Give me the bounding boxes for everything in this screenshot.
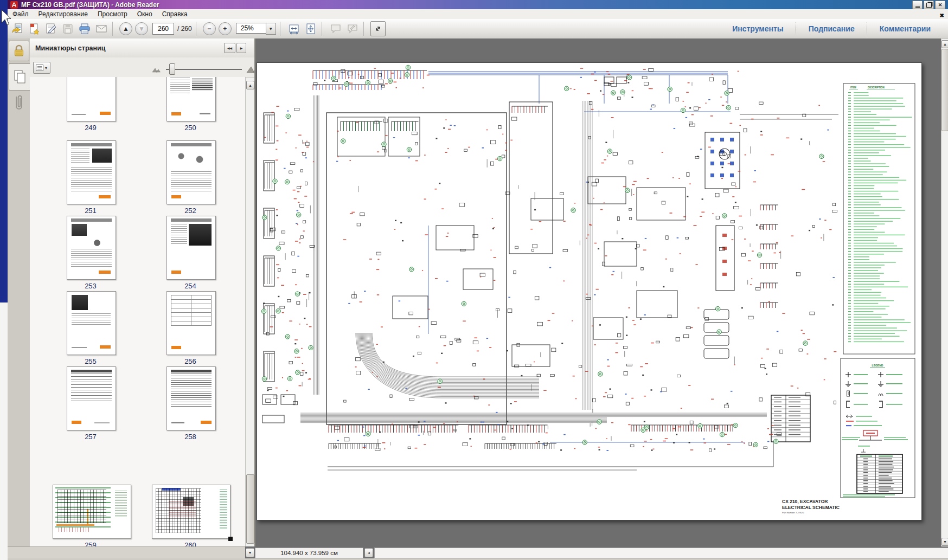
fit-page-button[interactable] xyxy=(304,22,318,36)
restore-button[interactable] xyxy=(924,1,934,9)
collapse-panel-button[interactable]: ◀◀ xyxy=(224,43,235,53)
page-number-label: 256 xyxy=(174,357,207,365)
fit-width-button[interactable] xyxy=(287,22,301,36)
page-thumbnail-249[interactable] xyxy=(67,77,116,121)
menu-item-help[interactable]: Справка xyxy=(157,9,193,19)
page-total-label: / 260 xyxy=(177,25,192,33)
comments-tab[interactable]: Комментарии xyxy=(868,24,943,33)
status-bar: ▼ 104.940 x 73.959 см ◂ xyxy=(8,546,948,558)
schematic-text: Part Number 7-27620 xyxy=(782,511,804,514)
paperclip-icon xyxy=(12,93,25,114)
save-button[interactable] xyxy=(61,22,75,36)
toolbar-right-tabs: Инструменты Подписание Комментарии xyxy=(720,21,943,37)
previous-page-button[interactable]: ▲ xyxy=(119,22,132,35)
thumbnails-list[interactable]: 249 250 251 252 253 254 255 256 257 258 … xyxy=(30,77,245,546)
page-thumbnail-257[interactable] xyxy=(67,366,116,430)
chevron-down-icon: ▼ xyxy=(44,66,48,70)
next-page-button[interactable]: ▼ xyxy=(135,22,148,35)
fit-page-icon xyxy=(304,22,317,35)
menu-item-view[interactable]: Просмотр xyxy=(93,9,132,19)
scrollbar-thumb[interactable] xyxy=(246,474,254,544)
page-number-label: 255 xyxy=(74,357,107,365)
page-thumbnail-252[interactable] xyxy=(166,140,216,204)
save-icon xyxy=(61,22,74,35)
sign-tab[interactable]: Подписание xyxy=(797,24,867,33)
sign-button[interactable] xyxy=(44,22,58,36)
desktop-strip xyxy=(0,0,8,560)
page-thumbnail-256[interactable] xyxy=(166,291,216,355)
thumbnails-panel-toolbar: ▼ xyxy=(30,57,255,78)
scrollbar-thumb[interactable] xyxy=(941,49,948,131)
page-thumbnail-251[interactable] xyxy=(67,140,116,204)
adobe-reader-window: MF Cx210 GB.pdf (ЗАЩИТА) - Adobe Reader … xyxy=(0,0,948,560)
zoom-out-button[interactable]: − xyxy=(203,22,216,35)
page-number-input[interactable] xyxy=(152,23,174,35)
sign-pen-icon xyxy=(44,22,57,35)
close-document-icon[interactable]: ✖ xyxy=(940,14,944,18)
zoom-in-button[interactable]: + xyxy=(219,22,232,35)
document-horizontal-scrollbar[interactable] xyxy=(374,548,948,558)
page-thumbnail-254[interactable] xyxy=(166,216,216,280)
slider-track[interactable] xyxy=(166,69,242,70)
open-button[interactable] xyxy=(10,22,24,36)
lock-icon xyxy=(13,44,25,57)
zoom-level-select[interactable]: 25% ▼ xyxy=(236,23,276,35)
menu-item-edit[interactable]: Редактирование xyxy=(34,9,93,19)
page-thumbnail-255[interactable] xyxy=(67,291,116,355)
email-button[interactable] xyxy=(94,22,108,36)
expand-panel-button[interactable]: ▶ xyxy=(236,43,246,53)
menu-item-window[interactable]: Окно xyxy=(132,9,157,19)
page-number-label: 259 xyxy=(74,541,107,546)
zoom-level-value: 25% xyxy=(236,23,266,34)
page-thumbnail-258[interactable] xyxy=(166,366,216,430)
panel-footer xyxy=(8,546,245,559)
schematic-text: DESCRIPTION xyxy=(868,86,885,89)
page-thumbnail-259[interactable] xyxy=(53,485,131,539)
mouse-cursor xyxy=(0,9,12,26)
zoom-dropdown-button[interactable]: ▼ xyxy=(266,23,276,35)
page-thumbnail-253[interactable] xyxy=(67,216,116,280)
page-number-label: 249 xyxy=(74,124,107,132)
document-page: ITEMDESCRIPTIONLEGENDCX 210, EXCAVATOREL… xyxy=(257,62,922,520)
page-number-label: 252 xyxy=(174,207,207,215)
security-lock-button[interactable] xyxy=(9,41,29,61)
print-icon xyxy=(78,22,91,35)
thumbnails-panel-header: Миниатюры страниц ◀◀ ▶ xyxy=(30,38,255,58)
create-pdf-button[interactable] xyxy=(27,22,41,36)
page-thumbnails-tab[interactable] xyxy=(9,63,30,91)
annotate-button[interactable] xyxy=(345,22,360,36)
comment-button[interactable] xyxy=(329,22,343,36)
page-thumbnail-250[interactable] xyxy=(166,77,216,121)
electrical-schematic-drawing: ITEMDESCRIPTIONLEGENDCX 210, EXCAVATOREL… xyxy=(257,63,921,520)
fullscreen-button[interactable] xyxy=(370,21,386,36)
scroll-down-button[interactable]: ▼ xyxy=(246,548,254,557)
print-button[interactable] xyxy=(78,22,92,36)
page-number-label: 257 xyxy=(74,433,107,441)
close-button[interactable]: ✕ xyxy=(935,1,945,9)
minimize-button[interactable] xyxy=(912,1,923,9)
document-vertical-scrollbar[interactable]: ▲ ▼ xyxy=(941,38,948,548)
desktop-strip-lower xyxy=(0,302,8,560)
tools-tab[interactable]: Инструменты xyxy=(720,24,796,33)
email-icon xyxy=(95,22,108,35)
toolbar-separator xyxy=(196,22,196,36)
text-annotation-icon xyxy=(346,22,359,35)
attachments-tab[interactable] xyxy=(9,92,28,115)
page-thumbnail-260[interactable] xyxy=(152,485,230,539)
adobe-reader-app-icon xyxy=(10,1,18,9)
fullscreen-arrows-icon xyxy=(373,23,383,34)
scroll-up-button[interactable]: ▲ xyxy=(941,40,948,48)
window-titlebar[interactable]: MF Cx210 GB.pdf (ЗАЩИТА) - Adobe Reader … xyxy=(8,0,948,9)
scroll-down-button[interactable]: ▼ xyxy=(941,538,948,546)
slider-thumb[interactable] xyxy=(169,63,175,75)
thumbnail-options-button[interactable]: ▼ xyxy=(33,62,50,74)
document-view[interactable]: ITEMDESCRIPTIONLEGENDCX 210, EXCAVATOREL… xyxy=(255,38,941,546)
scroll-up-button[interactable]: ▲ xyxy=(246,81,254,89)
page-size-status: 104.940 x 73.959 см xyxy=(255,548,363,558)
menu-bar: Файл Редактирование Просмотр Окно Справк… xyxy=(8,9,948,20)
schematic-text: LEGEND xyxy=(872,364,883,367)
horizontal-scroll-button[interactable]: ◂ xyxy=(364,548,373,557)
thumbnail-size-slider[interactable] xyxy=(136,62,260,74)
toolbar-separator xyxy=(322,22,322,36)
toolbar-separator xyxy=(363,22,364,36)
